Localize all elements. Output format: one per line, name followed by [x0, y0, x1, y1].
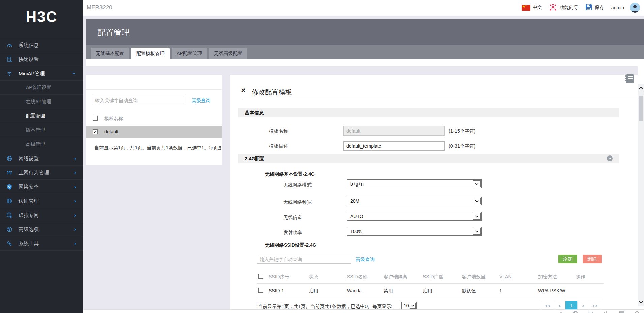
wireless-channel-label: 无线信道 — [283, 215, 302, 221]
gauge-icon — [6, 42, 12, 48]
save-label: 保存 — [595, 5, 604, 11]
tab-label: AP配置管理 — [177, 51, 202, 57]
floppy-save-icon — [585, 4, 592, 12]
tab-label: 无线高级配置 — [214, 51, 242, 57]
magnifier-icon[interactable] — [634, 310, 641, 313]
language-switch[interactable]: ★★ 中文 — [522, 5, 542, 11]
notebook-panel-icon[interactable] — [625, 74, 634, 85]
wireless-mode-label: 无线网络模式 — [283, 182, 312, 188]
band-24g-section-bar: 2.4G配置 — [238, 154, 619, 163]
tab-config-template-management[interactable]: 配置模板管理 — [131, 48, 170, 59]
ssid-settings-subtitle: 无线网络SSID设置-2.4G — [265, 242, 316, 248]
sidebar-item-label: 网络安全 — [19, 180, 39, 194]
chevron-down-icon[interactable] — [473, 228, 481, 235]
scrollbar-track[interactable] — [638, 84, 644, 306]
sidebar-item-advanced-options[interactable]: S 高级选项 › — [0, 222, 83, 236]
sidebar-item-system-tools[interactable]: 系统工具 › — [0, 236, 83, 251]
cell-ssid-name: Wanda — [347, 288, 362, 293]
template-name-column-header: 模板名称 — [104, 116, 123, 122]
globe-clock-icon[interactable] — [572, 310, 579, 313]
sidebar-item-label: 系统信息 — [19, 38, 39, 52]
sidebar-item-version-management[interactable]: 版本管理 — [0, 123, 83, 137]
wifi-icon — [6, 70, 12, 77]
section-title: 2.4G配置 — [245, 154, 264, 163]
tab-label: 无线基本配置 — [96, 51, 124, 57]
sidebar-item-network-settings[interactable]: 网络设置 › — [0, 151, 83, 165]
chevron-down-icon[interactable] — [473, 180, 481, 187]
select-all-checkbox[interactable] — [93, 116, 98, 121]
chart-icon[interactable] — [603, 310, 610, 313]
template-name-field[interactable] — [343, 126, 445, 136]
scroll-up-icon[interactable] — [638, 84, 644, 92]
sidebar-item-vpn[interactable]: 虚拟专网 › — [0, 208, 83, 222]
wizard-button[interactable]: 功能向导 — [549, 3, 579, 13]
sidebar-item-advanced-management[interactable]: 高级管理 — [0, 137, 83, 151]
collapse-section-button[interactable] — [607, 155, 613, 161]
screen: H3C 系统信息 快速设置 MiniAP管理 › AP管理设置 在线AP管理 — [0, 0, 644, 313]
wireless-mode-select[interactable]: b+g+n — [347, 179, 482, 188]
template-desc-label: 模板描述 — [269, 143, 288, 149]
sidebar-item-label: MiniAP管理 — [19, 66, 45, 80]
col-encryption: 加密方法 — [538, 274, 557, 280]
panel-divider — [86, 89, 222, 90]
wireless-bandwidth-select[interactable]: 20M — [347, 197, 482, 205]
sidebar-item-miniap-management[interactable]: MiniAP管理 › — [0, 66, 83, 80]
tab-ap-config-management[interactable]: AP配置管理 — [172, 48, 207, 59]
sidebar-item-online-ap-management[interactable]: 在线AP管理 — [0, 94, 83, 109]
template-search-input[interactable] — [92, 96, 185, 105]
h3c-logo: H3C — [0, 0, 83, 34]
sidebar-item-system-info[interactable]: 系统信息 — [0, 38, 83, 52]
scroll-down-icon[interactable] — [638, 297, 644, 306]
col-status: 状态 — [309, 274, 318, 280]
close-icon[interactable]: × — [241, 86, 246, 94]
template-row-default[interactable]: ✓ default — [86, 126, 222, 138]
sidebar-item-label: 高级选项 — [19, 222, 39, 236]
ssid-select-all-checkbox[interactable] — [258, 274, 263, 279]
per-page-select[interactable]: 10 — [401, 302, 417, 310]
tab-wireless-advanced-config[interactable]: 无线高级配置 — [209, 48, 247, 59]
sidebar-item-ap-management-settings[interactable]: AP管理设置 — [0, 80, 83, 94]
ssid-row-checkbox[interactable] — [258, 288, 263, 293]
wireless-channel-select[interactable]: AUTO — [347, 212, 482, 221]
table-header-divider — [257, 283, 604, 284]
template-desc-hint: (0-31个字符) — [449, 143, 475, 149]
chevron-right-icon: › — [74, 222, 76, 236]
chevron-down-icon[interactable] — [473, 213, 481, 220]
trash-icon[interactable] — [587, 310, 594, 313]
ssid-advanced-query-link[interactable]: 高级查询 — [356, 257, 375, 263]
window-icon[interactable] — [618, 310, 625, 313]
avatar[interactable] — [630, 3, 640, 13]
delete-button[interactable]: 删除 — [583, 255, 602, 263]
chevron-down-icon[interactable] — [473, 198, 481, 204]
template-list-panel: 高级查询 模板名称 ✓ default 当前显示第1页，共1页。当前页共1条数据… — [86, 75, 222, 165]
pen-icon[interactable] — [556, 310, 563, 313]
ssid-search-input[interactable] — [257, 255, 351, 264]
sidebar-item-label: 虚拟专网 — [19, 208, 39, 222]
chevron-right-icon: › — [74, 166, 76, 179]
s-badge-icon: S — [6, 226, 12, 232]
add-button[interactable]: 添加 — [558, 255, 577, 263]
select-value: AUTO — [347, 214, 363, 219]
sidebar-item-config-management[interactable]: 配置管理 — [0, 109, 83, 123]
sidebar-item-network-security[interactable]: 网络安全 › — [0, 179, 83, 194]
template-desc-field[interactable] — [343, 141, 445, 151]
row-checkbox-checked[interactable]: ✓ — [93, 129, 98, 134]
tab-wireless-basic-config[interactable]: 无线基本配置 — [91, 48, 129, 59]
topbar: MER3220 ★★ 中文 功能向导 保存 admin — [83, 0, 644, 16]
scrollbar-thumb[interactable] — [639, 96, 643, 121]
sidebar-item-label: 认证管理 — [19, 194, 39, 208]
table-row-divider — [257, 298, 604, 298]
sidebar-item-quick-setup[interactable]: 快速设置 — [0, 52, 83, 66]
chevron-down-icon[interactable] — [410, 303, 416, 309]
cell-encryption: WPA-PSK/W... — [538, 288, 569, 293]
cell-client-isolation: 禁用 — [384, 288, 393, 294]
transmit-power-select[interactable]: 100% — [347, 227, 482, 236]
sidebar-item-auth-management[interactable]: 认证管理 › — [0, 194, 83, 208]
sidebar-item-behavior-management[interactable]: 上网行为管理 › — [0, 165, 83, 179]
chevron-right-icon: › — [74, 208, 76, 222]
cell-status: 启用 — [309, 288, 318, 294]
template-advanced-query-link[interactable]: 高级查询 — [192, 98, 210, 104]
language-label: 中文 — [533, 5, 542, 11]
cell-vlan: 1 — [499, 288, 502, 293]
save-button[interactable]: 保存 — [585, 4, 604, 12]
